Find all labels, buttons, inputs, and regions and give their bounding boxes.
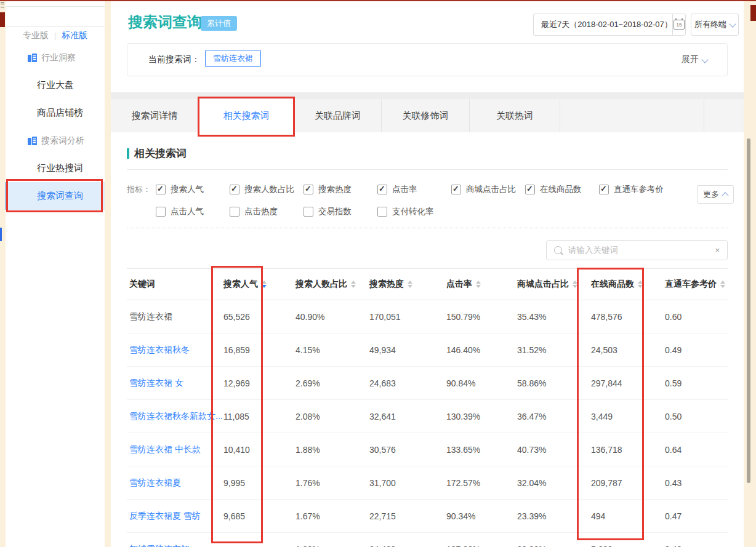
sort-up-arrow <box>351 281 356 284</box>
tabbar-spacer <box>560 99 704 132</box>
column-header[interactable]: 搜索人气 <box>223 279 296 290</box>
column-header[interactable]: 商城点击占比 <box>517 279 591 290</box>
checkbox-icon[interactable] <box>156 207 166 217</box>
metric-label: 支付转化率 <box>392 206 434 217</box>
metric-checkbox[interactable]: 搜索人数占比 <box>230 184 304 195</box>
column-label: 商城点击占比 <box>517 279 569 290</box>
metric-checkbox[interactable]: 搜索人气 <box>156 184 230 195</box>
column-header[interactable]: 关键词 <box>127 279 223 290</box>
keyword-cell: 雪纺连衣裙秋冬 <box>127 345 223 356</box>
keyword-link[interactable]: 反季连衣裙夏 雪纺 <box>129 511 201 521</box>
metric-checkbox[interactable]: 交易指数 <box>304 206 377 217</box>
metrics-row-2: 点击人气 点击热度 交易指数 <box>127 203 728 220</box>
keyword-link[interactable]: 雪纺连衣裙 <box>129 311 172 321</box>
keyword-link[interactable]: 雪纺连衣裙秋冬 <box>129 345 190 354</box>
checkbox-icon[interactable] <box>230 207 239 217</box>
sort-icon[interactable] <box>573 281 577 288</box>
sort-icon[interactable] <box>408 281 412 288</box>
checkbox-icon[interactable] <box>156 185 166 194</box>
sidebar-item[interactable]: 行业洞察 <box>6 44 105 71</box>
tab-label: 关联修饰词 <box>403 110 449 122</box>
searcher-ratio-cell: 2.69% <box>296 378 369 388</box>
metric-checkbox[interactable]: 商城点击占比 <box>451 184 525 195</box>
checkbox-icon[interactable] <box>377 207 387 217</box>
checkbox-icon[interactable] <box>304 207 313 217</box>
metric-checkbox[interactable]: 直通车参考价 <box>599 184 673 195</box>
click-rate-cell: 130.39% <box>446 412 517 421</box>
tab-pro-version[interactable]: 专业版 <box>23 30 49 41</box>
sort-down-arrow <box>351 285 356 288</box>
tabbar-spacer <box>704 99 744 132</box>
table-row: 雪纺连衣裙秋冬新款女... 11,085 2.08% 32,641 130.39… <box>127 400 728 433</box>
mall-click-ratio-cell: 58.86% <box>517 378 591 388</box>
ztc-ref-price-cell: 0.59 <box>665 378 728 388</box>
sidebar-item[interactable]: 商品店铺榜 <box>6 99 105 127</box>
sidebar-item[interactable]: 搜索词分析 <box>6 127 105 154</box>
tab-standard-version[interactable]: 标准版 <box>62 30 87 41</box>
keyword-link[interactable]: 雪纺连衣裙 女 <box>129 378 183 388</box>
sort-icon[interactable] <box>476 281 481 288</box>
date-range-picker[interactable]: 最近7天（2018-02-01~2018-02-07） 15 <box>533 14 686 36</box>
current-term-label: 当前搜索词： <box>148 54 200 65</box>
keyword-cell: 雪纺连衣裙 中长款 <box>127 444 223 455</box>
checkbox-icon[interactable] <box>230 185 239 194</box>
metric-label: 搜索人气 <box>171 184 204 195</box>
tab[interactable]: 关联修饰词 <box>382 99 470 132</box>
tab[interactable]: 关联品牌词 <box>294 99 382 132</box>
sidebar-item[interactable]: 行业热搜词 <box>6 154 105 182</box>
sort-icon[interactable] <box>638 281 643 288</box>
sidebar-item[interactable]: 搜索词查询 <box>6 182 105 210</box>
checkbox-icon[interactable] <box>525 185 535 194</box>
header-card: 搜索词查询 累计值 最近7天（2018-02-01~2018-02-07） 15… <box>111 1 744 92</box>
title-accent-bar <box>127 148 129 159</box>
sort-down-arrow <box>573 285 577 288</box>
column-header[interactable]: 搜索人数占比 <box>296 279 369 290</box>
online-products-cell: 5,239 <box>591 545 665 547</box>
clear-icon[interactable]: × <box>707 246 727 255</box>
column-header[interactable]: 点击率 <box>446 279 517 290</box>
keyword-cell: 雪纺连衣裙秋冬新款女... <box>127 411 223 422</box>
current-term-chip[interactable]: 雪纺连衣裙 <box>205 50 261 67</box>
keyword-link[interactable]: 加绒雪纺连衣裙 <box>129 544 190 547</box>
checkbox-icon[interactable] <box>377 185 387 194</box>
menu-icon[interactable] <box>1 2 4 7</box>
ztc-ref-price-cell: 0.47 <box>665 511 728 521</box>
sidebar: 专业版 | 标准版 行业洞察 行业大盘 商品 <box>6 1 105 547</box>
sidebar-item[interactable]: 行业大盘 <box>6 71 105 99</box>
sort-icon[interactable] <box>351 281 356 288</box>
metric-checkbox[interactable]: 在线商品数 <box>525 184 599 195</box>
keyword-link[interactable]: 雪纺连衣裙 中长款 <box>129 444 201 454</box>
metric-checkbox[interactable]: 点击人气 <box>156 206 230 217</box>
section-gap <box>111 92 744 99</box>
expand-toggle[interactable]: 展开 <box>682 54 707 65</box>
sort-icon[interactable] <box>262 281 267 288</box>
checkbox-icon[interactable] <box>451 185 461 194</box>
keyword-link[interactable]: 雪纺连衣裙夏 <box>129 477 181 487</box>
search-input[interactable] <box>567 245 707 255</box>
keyword-link[interactable]: 雪纺连衣裙秋冬新款女... <box>129 411 223 421</box>
column-header[interactable]: 在线商品数 <box>591 279 665 290</box>
calendar-button[interactable]: 15 <box>672 14 685 35</box>
metric-checkbox[interactable]: 支付转化率 <box>377 206 451 217</box>
terminal-select[interactable]: 所有终端 <box>691 14 739 36</box>
tab[interactable]: 关联热词 <box>470 99 560 132</box>
click-rate-cell: 127.98% <box>446 545 517 547</box>
ztc-ref-price-cell: 0.48 <box>665 545 728 547</box>
metric-label: 直通车参考价 <box>614 184 664 195</box>
metric-checkbox[interactable]: 点击率 <box>377 184 451 195</box>
metric-checkbox[interactable]: 点击热度 <box>230 206 304 217</box>
tab[interactable]: 相关搜索词 <box>199 99 294 132</box>
more-metrics-button[interactable]: 更多 <box>697 185 734 204</box>
page-scrollbar[interactable] <box>747 138 750 483</box>
sort-down-arrow <box>638 285 643 288</box>
checkbox-icon[interactable] <box>599 185 609 194</box>
tab[interactable]: 搜索词详情 <box>111 99 199 132</box>
current-term-panel: 当前搜索词： 雪纺连衣裙 展开 <box>127 43 728 76</box>
checkbox-icon[interactable] <box>304 185 313 194</box>
online-products-cell: 478,576 <box>591 312 665 322</box>
metric-checkbox[interactable]: 搜索热度 <box>304 184 377 195</box>
column-header[interactable]: 直通车参考价 <box>665 279 728 290</box>
sidebar-scrollbar[interactable] <box>0 228 2 241</box>
column-header[interactable]: 搜索热度 <box>369 279 446 290</box>
sort-icon[interactable] <box>720 281 725 288</box>
